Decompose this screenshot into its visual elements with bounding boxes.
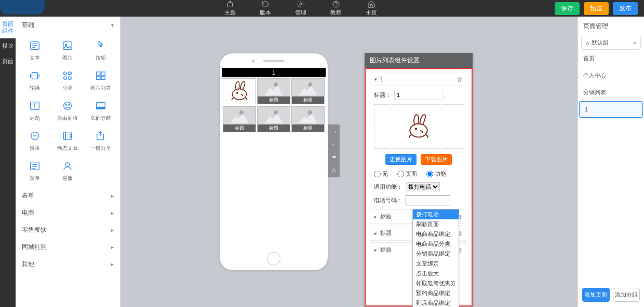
- image-slot[interactable]: [374, 104, 463, 149]
- svg-rect-12: [97, 76, 100, 79]
- rabbit-icon: [226, 79, 253, 104]
- svg-point-28: [415, 128, 417, 130]
- star-icon[interactable]: ☆: [331, 166, 337, 174]
- service-widget[interactable]: 客服: [52, 156, 84, 185]
- dropdown-option[interactable]: 拨打电话: [413, 210, 459, 219]
- caret-right-icon: ▸: [374, 231, 377, 236]
- svg-point-6: [64, 72, 67, 75]
- svg-point-16: [66, 104, 67, 105]
- right-panel: 页面管理 ⌂ 默认组 ▾ 首页 个人中心 分销列表 1 添加页面 添加分组: [578, 17, 644, 307]
- accordion-community[interactable]: 同城社区▸: [16, 239, 120, 256]
- dropdown-option[interactable]: 到店商品绑定: [413, 298, 459, 307]
- accordion-basic[interactable]: 基础 ▾: [16, 17, 120, 34]
- dropdown-option[interactable]: 分销商品绑定: [413, 249, 459, 259]
- theme-icon[interactable]: 主题: [224, 0, 236, 17]
- tutorial-icon[interactable]: 教程: [330, 0, 342, 17]
- title-widget[interactable]: 标题: [19, 96, 51, 125]
- radio-func[interactable]: 功能: [426, 170, 446, 178]
- manage-icon[interactable]: 管理: [295, 0, 306, 17]
- radio-page[interactable]: 页面: [397, 170, 417, 178]
- dropdown-option[interactable]: 电商商品分类: [413, 239, 459, 249]
- button-widget[interactable]: 按钮: [85, 36, 117, 65]
- category-widget[interactable]: 分类: [52, 66, 84, 95]
- dropdown-option[interactable]: 电商商品绑定: [413, 229, 459, 239]
- list-item[interactable]: 标题: [223, 106, 256, 132]
- menu-widget[interactable]: 菜单: [19, 156, 51, 185]
- accordion-basic-label: 基础: [22, 21, 34, 30]
- preview-button[interactable]: 预览: [584, 2, 609, 15]
- version-icon[interactable]: 版本: [260, 0, 271, 17]
- chevron-down-icon: ▾: [634, 40, 636, 46]
- bottomnav-widget[interactable]: 底部导航: [85, 96, 117, 125]
- text-widget[interactable]: 文本: [19, 36, 51, 65]
- save-button[interactable]: 保存: [555, 2, 580, 15]
- dropdown-option[interactable]: 文章绑定: [413, 259, 459, 269]
- svg-point-7: [69, 72, 72, 75]
- title-field: 标题：: [368, 88, 469, 102]
- dropdown-option[interactable]: 预约商品绑定: [413, 288, 459, 298]
- svg-point-25: [232, 89, 246, 100]
- top-icons: 主题 版本 管理 教程 主页: [224, 0, 377, 17]
- func-select[interactable]: 拨打电话: [406, 182, 440, 191]
- home-icon[interactable]: 主页: [366, 0, 377, 17]
- freepanel-widget[interactable]: 自由面板: [52, 96, 84, 125]
- dropdown-option[interactable]: 领取电商优惠券: [413, 278, 459, 288]
- accordion-other[interactable]: 其他▸: [16, 256, 120, 273]
- page-item-current[interactable]: 1: [579, 101, 643, 118]
- arrow-right-icon[interactable]: →: [331, 128, 338, 135]
- replace-image-button[interactable]: 更换图片: [385, 154, 417, 165]
- radio-none[interactable]: 无: [374, 170, 388, 178]
- download-image-button[interactable]: 下载图片: [421, 154, 452, 165]
- svg-point-9: [69, 77, 72, 80]
- left-tabs: 页面组件 模块 页面: [0, 17, 16, 307]
- chevron-down-icon: ▾: [111, 22, 114, 28]
- rabbit-icon: [402, 111, 435, 142]
- screen-body[interactable]: 标题 标题 标题 标题 标题: [222, 77, 326, 248]
- svg-rect-13: [101, 76, 105, 79]
- chevron-right-icon: ▸: [111, 210, 114, 216]
- func-row: 调用功能： 拨打电话: [368, 180, 469, 193]
- tab-page-widgets[interactable]: 页面组件: [0, 17, 16, 38]
- page-item[interactable]: 个人中心: [578, 67, 644, 84]
- accordion-ecom[interactable]: 电商▸: [16, 204, 120, 221]
- link-icon[interactable]: ⚭: [331, 153, 337, 161]
- settings-popup: 图片列表组件设置 ▾ 1 🗑 标题： 更换图片 下载图片 无 页面 功能 调用功…: [365, 53, 473, 306]
- svg-point-26: [237, 92, 238, 93]
- add-page-button[interactable]: 添加页面: [582, 288, 610, 302]
- image-widget[interactable]: 图片: [52, 36, 84, 65]
- phone-home-button: [267, 252, 280, 266]
- list-item[interactable]: 标题: [291, 78, 325, 104]
- article-widget[interactable]: 动态文章: [52, 126, 84, 155]
- tab-modules[interactable]: 模块: [0, 38, 16, 53]
- chevron-right-icon: ▸: [111, 261, 114, 267]
- arrow-left-icon[interactable]: ←: [331, 141, 338, 148]
- list-item[interactable]: 标题: [257, 78, 290, 104]
- imagelist-widget[interactable]: 图片列表: [85, 66, 117, 95]
- list-item[interactable]: 标题: [257, 106, 290, 132]
- share-widget[interactable]: 一键分享: [85, 126, 117, 155]
- phone-row: 电话号码：: [368, 193, 469, 207]
- accordion-form[interactable]: 表单▸: [16, 187, 120, 204]
- accordion-retail[interactable]: 零售餐饮▸: [16, 221, 120, 239]
- slider-widget[interactable]: 滑块: [19, 126, 51, 155]
- page-item[interactable]: 分销列表: [578, 84, 644, 101]
- group-label: 默认组: [592, 39, 609, 47]
- page-item[interactable]: 首页: [578, 50, 644, 67]
- publish-button[interactable]: 发布: [613, 2, 638, 15]
- carousel-widget[interactable]: 轮播: [19, 66, 51, 95]
- phone-screen: 1 标题 标题 标题 标题 标题: [222, 68, 326, 248]
- dropdown-option[interactable]: 点击放大: [413, 269, 459, 278]
- group-select[interactable]: ⌂ 默认组 ▾: [581, 36, 641, 50]
- list-item[interactable]: [223, 78, 256, 104]
- thumb-label: 标题: [292, 96, 324, 104]
- item-header[interactable]: ▾ 1 🗑: [370, 73, 467, 86]
- tab-pages[interactable]: 页面: [0, 54, 16, 69]
- phone-input[interactable]: [406, 196, 450, 205]
- dropdown-option[interactable]: 刷新页面: [413, 219, 459, 229]
- delete-icon[interactable]: 🗑: [457, 76, 463, 82]
- list-item[interactable]: 标题: [291, 106, 325, 132]
- title-input[interactable]: [394, 90, 444, 100]
- svg-rect-21: [64, 132, 72, 140]
- image-buttons: 更换图片 下载图片: [368, 151, 469, 168]
- add-group-button[interactable]: 添加分组: [613, 288, 640, 302]
